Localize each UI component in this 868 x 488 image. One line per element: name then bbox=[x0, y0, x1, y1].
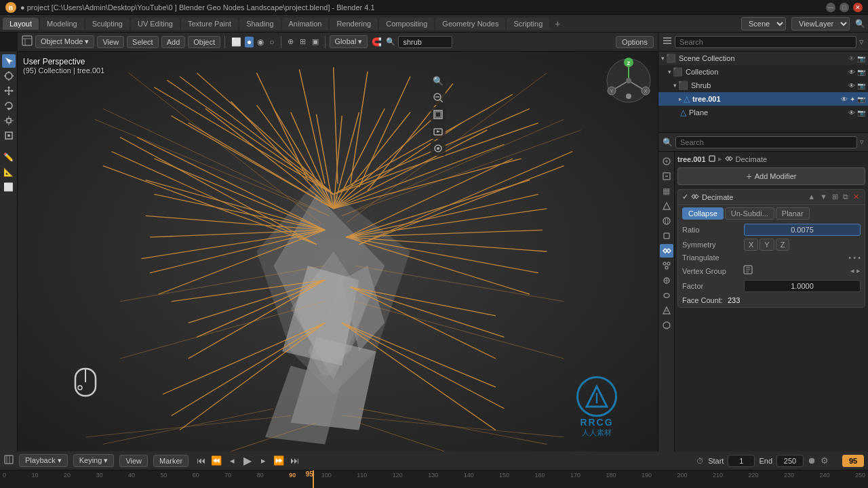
select-icon[interactable]: ✦ bbox=[850, 96, 855, 103]
viewport-search-input[interactable] bbox=[398, 36, 452, 48]
render-icon-1[interactable]: 📷 bbox=[857, 68, 865, 76]
modifier-apply-btn[interactable]: ⊞ bbox=[831, 192, 840, 202]
global-search-icon[interactable]: 🔍 bbox=[855, 19, 865, 28]
render-props-icon[interactable] bbox=[660, 155, 673, 168]
zoom-in-button[interactable]: 🔍 bbox=[431, 73, 446, 88]
wireframe-icon[interactable]: ⬜ bbox=[229, 37, 243, 47]
triangulate-menu[interactable]: • • • bbox=[848, 253, 861, 262]
3d-viewport[interactable]: User Perspective (95) Collection | tree.… bbox=[18, 52, 658, 451]
render-icon-3[interactable]: 📷 bbox=[857, 96, 865, 103]
props-filter-icon[interactable]: ▿ bbox=[860, 138, 864, 146]
show-gizmo-icon[interactable]: ⊕ bbox=[285, 37, 296, 47]
modifier-down-btn[interactable]: ▼ bbox=[818, 192, 829, 202]
next-keyframe-button[interactable]: ▸ bbox=[256, 454, 270, 468]
play-button[interactable]: ▶ bbox=[241, 454, 254, 468]
tool-annotate[interactable]: ✏️ bbox=[2, 150, 16, 164]
add-modifier-button[interactable]: + Add Modifier bbox=[677, 167, 865, 185]
options-button[interactable]: Options bbox=[616, 36, 654, 48]
tab-shading[interactable]: Shading bbox=[239, 18, 280, 30]
factor-input[interactable]: 1.0000 bbox=[744, 280, 861, 292]
add-menu[interactable]: Add bbox=[161, 36, 186, 48]
unsubdi-tab[interactable]: Un-Subdi... bbox=[725, 207, 774, 220]
render-icon-2[interactable]: 📷 bbox=[857, 82, 865, 89]
minimize-button[interactable]: — bbox=[826, 3, 835, 12]
modifier-props-icon[interactable] bbox=[660, 244, 673, 258]
planar-tab[interactable]: Planar bbox=[776, 207, 810, 220]
sym-z-button[interactable]: Z bbox=[776, 239, 790, 251]
timeline-view-button[interactable]: View bbox=[119, 455, 148, 467]
modifier-up-btn[interactable]: ▲ bbox=[806, 192, 816, 202]
close-button[interactable]: ✕ bbox=[853, 3, 863, 12]
visibility-icon-2[interactable]: 👁 bbox=[848, 82, 855, 89]
material-props-icon[interactable] bbox=[660, 319, 673, 332]
snap-icon[interactable]: 🧲 bbox=[370, 36, 383, 48]
tool-select[interactable] bbox=[2, 54, 16, 68]
tab-sculpting[interactable]: Sculpting bbox=[85, 18, 130, 30]
object-data-props-icon[interactable] bbox=[660, 304, 673, 317]
object-menu[interactable]: Object bbox=[188, 36, 220, 48]
outliner-tree001[interactable]: ▸ △ tree.001 👁 ✦ 📷 bbox=[658, 92, 868, 106]
tool-transform[interactable] bbox=[2, 129, 16, 142]
viewlayer-dropdown[interactable]: ViewLayer bbox=[791, 17, 850, 30]
visibility-icon-3[interactable]: 👁 bbox=[841, 96, 848, 103]
collapse-tab[interactable]: Collapse bbox=[682, 207, 724, 220]
object-props-icon[interactable] bbox=[660, 229, 673, 243]
scene-props-icon[interactable] bbox=[660, 199, 673, 213]
tool-cursor[interactable] bbox=[2, 69, 16, 83]
editor-type-icon[interactable] bbox=[22, 35, 33, 48]
props-search-icon[interactable]: 🔍 bbox=[663, 138, 673, 147]
mode-dropdown[interactable]: Object Mode bbox=[35, 35, 94, 48]
select-menu[interactable]: Select bbox=[127, 36, 159, 48]
view-layer-props-icon[interactable]: ▦ bbox=[660, 184, 673, 198]
jump-to-end-button[interactable]: ⏭ bbox=[288, 454, 301, 468]
constraints-props-icon[interactable] bbox=[660, 289, 673, 302]
render-icon[interactable]: 📷 bbox=[857, 55, 865, 62]
show-overlays-icon[interactable]: ⊞ bbox=[298, 37, 308, 47]
world-props-icon[interactable] bbox=[660, 214, 673, 228]
add-workspace-button[interactable]: + bbox=[551, 17, 564, 30]
tab-uv-editing[interactable]: UV Editing bbox=[131, 18, 180, 30]
outliner-plane[interactable]: △ Plane 👁 📷 bbox=[658, 106, 868, 119]
view-frame-button[interactable] bbox=[431, 107, 446, 122]
tool-rotate[interactable] bbox=[2, 99, 16, 113]
prev-keyframe-button[interactable]: ◂ bbox=[225, 454, 239, 468]
modifier-delete-btn[interactable]: ✕ bbox=[852, 192, 861, 202]
breadcrumb-object[interactable]: tree.001 bbox=[677, 155, 706, 163]
timeline-ruler-area[interactable]: 0 10 20 30 40 50 60 70 80 90 100 110 120… bbox=[0, 470, 868, 488]
timeline-settings-icon[interactable]: ⚙ bbox=[821, 455, 829, 466]
physics-props-icon[interactable] bbox=[660, 274, 673, 287]
tool-move[interactable] bbox=[2, 84, 16, 98]
rendered-icon[interactable]: ○ bbox=[267, 37, 276, 47]
props-search-input[interactable] bbox=[675, 136, 857, 148]
autokey-icon[interactable]: ⏺ bbox=[808, 455, 816, 466]
playback-button[interactable]: Playback bbox=[19, 454, 68, 467]
output-props-icon[interactable] bbox=[660, 169, 673, 183]
visibility-icon[interactable]: 👁 bbox=[848, 55, 855, 62]
outliner-filter-icon[interactable]: ▿ bbox=[859, 37, 864, 47]
tab-layout[interactable]: Layout bbox=[3, 18, 39, 30]
view-menu[interactable]: View bbox=[97, 36, 124, 48]
scene-dropdown[interactable]: Scene bbox=[741, 17, 786, 30]
shading-dropdown[interactable]: Global bbox=[330, 35, 368, 48]
tab-scripting[interactable]: Scripting bbox=[507, 18, 549, 30]
vertex-group-arrows[interactable]: ◂ ▸ bbox=[850, 266, 861, 275]
start-frame-input[interactable] bbox=[728, 455, 755, 467]
modifier-duplicate-btn[interactable]: ⧉ bbox=[842, 192, 850, 202]
sym-y-button[interactable]: Y bbox=[760, 239, 774, 251]
sym-x-button[interactable]: X bbox=[744, 239, 758, 251]
render-icon-4[interactable]: 📷 bbox=[857, 109, 865, 117]
end-frame-input[interactable] bbox=[776, 455, 804, 467]
vertex-group-icon[interactable] bbox=[743, 264, 753, 277]
tool-scale[interactable] bbox=[2, 114, 16, 127]
tab-geometry-nodes[interactable]: Geometry Nodes bbox=[435, 18, 505, 30]
outliner-search-input[interactable] bbox=[675, 36, 856, 48]
tab-texture-paint[interactable]: Texture Paint bbox=[181, 18, 238, 30]
material-preview-icon[interactable]: ◉ bbox=[255, 37, 266, 47]
local-view-button[interactable] bbox=[431, 141, 446, 156]
particles-props-icon[interactable] bbox=[660, 259, 673, 272]
visibility-icon-1[interactable]: 👁 bbox=[848, 68, 855, 76]
ratio-input[interactable]: 0.0075 bbox=[744, 224, 861, 236]
camera-button[interactable] bbox=[431, 124, 446, 139]
prev-frame-button[interactable]: ⏪ bbox=[210, 454, 223, 468]
outliner-shrub[interactable]: ▾ ⬛ Shrub 👁 📷 bbox=[658, 79, 868, 92]
